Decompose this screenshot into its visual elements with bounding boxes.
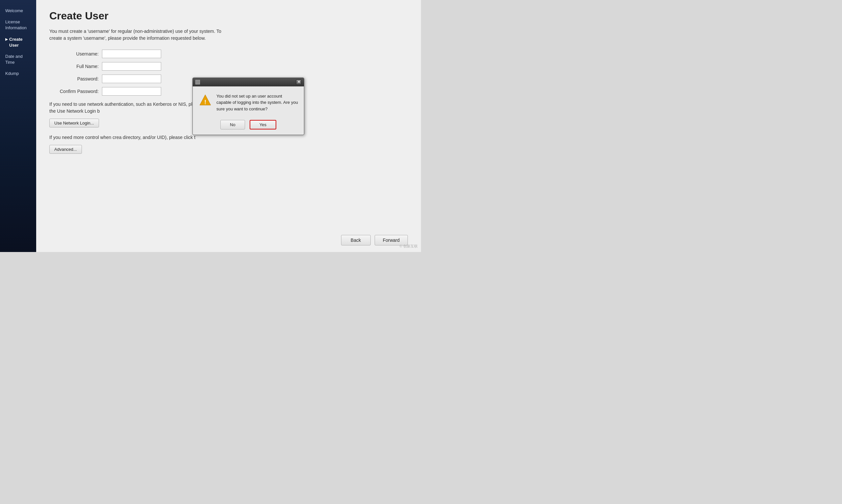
- main-content: Create User You must create a 'username'…: [36, 0, 421, 252]
- sidebar: Welcome License Information Create User …: [0, 0, 36, 252]
- confirmation-dialog: ✕ ! You did not set up an user account c…: [192, 77, 304, 136]
- dialog-buttons: No Yes: [193, 116, 304, 135]
- sidebar-item-license-information[interactable]: License Information: [3, 18, 33, 32]
- dialog-close-button[interactable]: ✕: [296, 79, 301, 85]
- svg-text:!: !: [204, 98, 206, 105]
- dialog-titlebar: ✕: [193, 78, 304, 86]
- dialog-yes-button[interactable]: Yes: [250, 120, 276, 129]
- dialog-title-icon: [195, 80, 200, 85]
- sidebar-item-date-and-time[interactable]: Date and Time: [3, 52, 33, 67]
- dialog-message: You did not set up an user account capab…: [217, 93, 298, 112]
- sidebar-item-create-user[interactable]: Create User: [3, 35, 33, 50]
- sidebar-item-welcome[interactable]: Welcome: [3, 6, 33, 15]
- warning-icon: !: [199, 94, 212, 107]
- sidebar-item-kdump[interactable]: Kdump: [3, 69, 33, 78]
- dialog-no-button[interactable]: No: [220, 120, 245, 129]
- dialog-overlay: ✕ ! You did not set up an user account c…: [36, 0, 421, 252]
- dialog-body: ! You did not set up an user account cap…: [193, 86, 304, 117]
